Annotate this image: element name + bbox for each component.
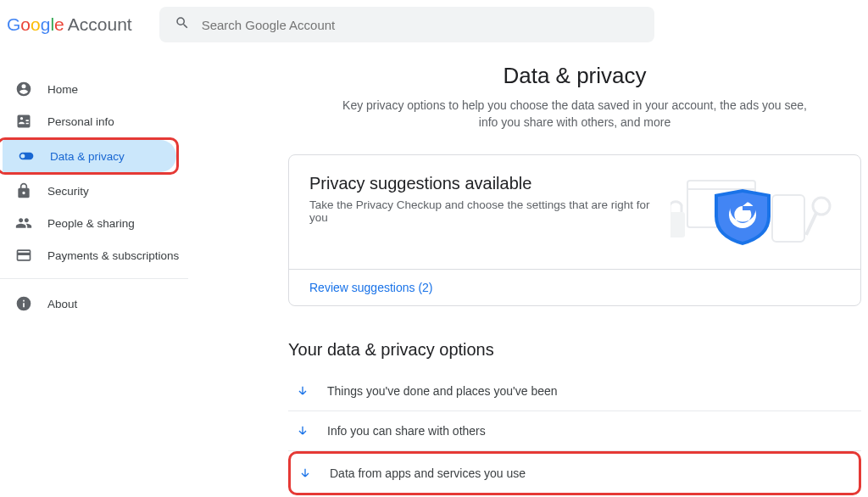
info-icon [15,295,32,312]
options-section-title: Your data & privacy options [288,306,861,360]
review-suggestions-link[interactable]: Review suggestions (2) [309,281,433,294]
sidebar-item-about[interactable]: About [0,288,188,320]
id-card-icon [15,113,32,130]
sidebar-item-personal-info[interactable]: Personal info [0,105,188,137]
sidebar-item-label: Security [47,185,89,198]
logo-account-text: Account [68,14,132,35]
lock-icon [15,182,32,199]
annotation-highlight-nav: Data & privacy [0,137,179,175]
card-title: Privacy suggestions available [309,174,670,193]
option-info-share[interactable]: Info you can share with others [288,411,861,451]
option-things-done[interactable]: Things you've done and places you've bee… [288,371,861,411]
sidebar-item-label: Home [47,83,78,96]
search-input[interactable] [202,18,639,32]
sidebar-item-label: Data & privacy [50,150,125,163]
privacy-shield-illustration [670,174,840,250]
page-title: Data & privacy [288,56,861,89]
logo[interactable]: Google Account [7,14,132,35]
options-list: Things you've done and places you've bee… [288,360,861,497]
sidebar-item-home[interactable]: Home [0,73,188,105]
people-icon [15,215,32,232]
main-content: Data & privacy Key privacy options to he… [281,56,868,497]
google-logo-text: Google [7,14,64,35]
sidebar-item-data-privacy[interactable]: Data & privacy [3,140,176,172]
sidebar-item-label: Personal info [47,115,114,128]
arrow-down-icon [295,383,310,399]
header: Google Account [0,0,868,56]
svg-line-5 [806,213,816,235]
card-icon [15,247,32,264]
search-bar[interactable] [159,7,654,42]
search-icon [175,15,190,34]
sidebar-item-label: People & sharing [47,217,135,230]
svg-rect-2 [772,195,804,242]
option-label: Info you can share with others [327,424,486,438]
sidebar-item-security[interactable]: Security [0,175,188,207]
sidebar-item-label: Payments & subscriptions [47,249,179,262]
toggle-icon [18,148,35,165]
sidebar: Home Personal info Data & privacy Securi… [0,56,188,279]
card-subtitle: Take the Privacy Checkup and choose the … [309,193,670,224]
sidebar-item-label: About [47,298,77,310]
svg-point-4 [813,198,830,215]
privacy-suggestions-card: Privacy suggestions available Take the P… [288,154,861,306]
page-description: Key privacy options to help you choose t… [288,89,861,131]
sidebar-item-people-sharing[interactable]: People & sharing [0,207,188,239]
sidebar-item-payments[interactable]: Payments & subscriptions [0,239,188,271]
option-label: Things you've done and places you've bee… [327,384,558,398]
option-label: Data from apps and services you use [330,466,526,480]
svg-rect-3 [670,212,685,237]
option-data-apps[interactable]: Data from apps and services you use [288,451,861,495]
home-icon [15,81,32,98]
arrow-down-icon [298,466,313,481]
arrow-down-icon [295,423,310,438]
